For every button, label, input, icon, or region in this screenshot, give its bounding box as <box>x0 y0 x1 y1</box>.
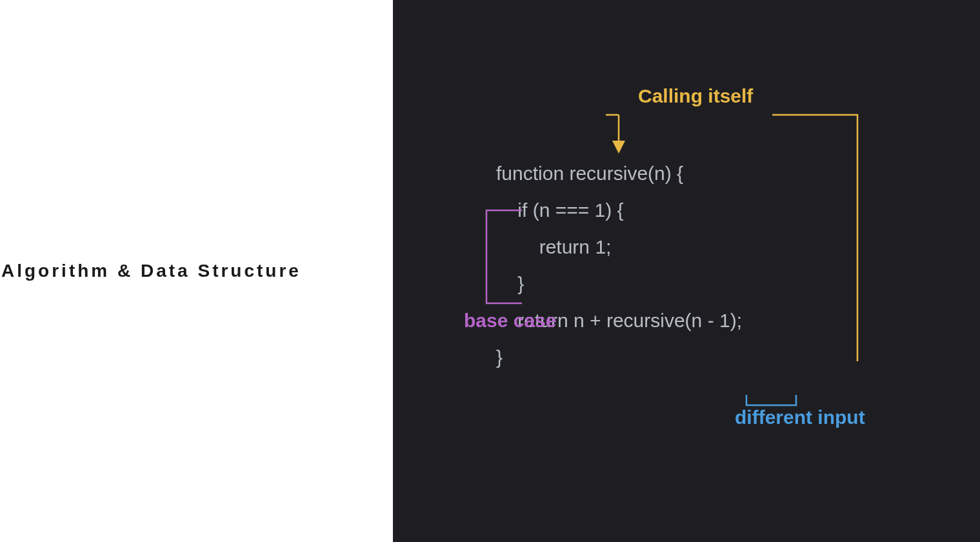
code-line-3: return 1; <box>496 228 742 265</box>
annotation-base-case: base case <box>464 310 556 332</box>
code-line-7: } <box>496 339 742 376</box>
code-line-2: if (n === 1) { <box>496 192 742 228</box>
annotation-calling-itself: Calling itself <box>638 85 753 107</box>
left-panel: Algorithm & Data Structure <box>0 0 393 542</box>
right-panel: Calling itself function recursive(n) { i… <box>393 0 980 542</box>
code-block: function recursive(n) { if (n === 1) { r… <box>496 155 742 376</box>
annotation-different-input: different input <box>735 406 865 428</box>
code-line-4: } <box>496 265 742 302</box>
title-text: Algorithm & Data Structure <box>0 261 301 281</box>
code-line-1: function recursive(n) { <box>496 155 742 192</box>
